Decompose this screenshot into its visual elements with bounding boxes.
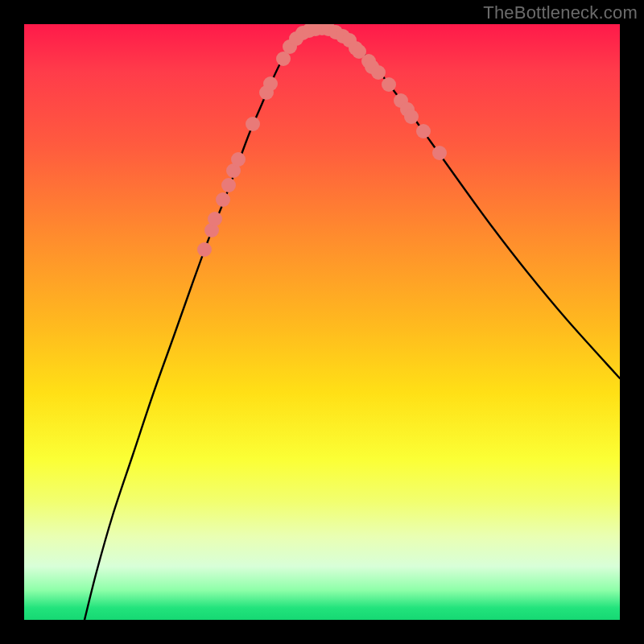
bottleneck-curve — [85, 27, 620, 620]
highlight-dot — [382, 77, 396, 92]
highlight-dot — [216, 192, 230, 207]
highlight-dot — [246, 117, 260, 131]
curve-layer — [24, 24, 620, 620]
highlight-dot — [221, 178, 236, 192]
highlight-dot — [197, 242, 212, 257]
highlight-dot — [263, 76, 278, 91]
highlight-dots — [197, 24, 447, 257]
highlight-dot — [416, 124, 431, 138]
watermark-text: TheBottleneck.com — [483, 2, 638, 23]
highlight-dot — [371, 65, 386, 80]
highlight-dot — [432, 146, 447, 160]
plot-area — [24, 24, 620, 620]
highlight-dot — [231, 152, 246, 167]
highlight-dot — [404, 109, 419, 124]
chart-frame: TheBottleneck.com — [0, 0, 644, 644]
highlight-dot — [208, 212, 222, 226]
